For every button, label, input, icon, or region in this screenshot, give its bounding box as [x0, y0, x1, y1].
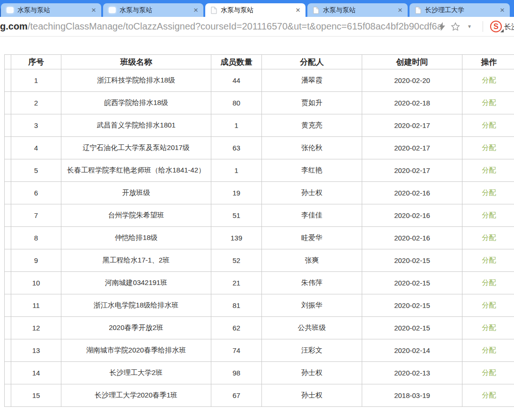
cell-assigner: 刘振华: [262, 294, 362, 317]
url-text[interactable]: g.com/teachingClassManage/toClazzAssigne…: [0, 17, 442, 36]
cell-create-time: 2020-02-15: [362, 249, 462, 272]
browser-tab-3-active[interactable]: 水泵与泵站 ×: [205, 3, 305, 17]
cell-create-time: 2020-02-16: [362, 204, 462, 227]
assign-link[interactable]: 分配: [482, 76, 496, 84]
tab-close-icon[interactable]: ×: [397, 6, 403, 14]
cell-create-time: 2020-02-15: [362, 272, 462, 294]
cell-create-time: 2020-02-18: [362, 92, 462, 114]
cell-create-time: 2020-02-17: [362, 114, 462, 137]
cell-operation: 分配: [462, 249, 514, 272]
tab-title: 水泵与泵站: [323, 6, 397, 15]
url-path: /teachingClassManage/toClazzAssigned?cou…: [28, 21, 442, 31]
assign-link[interactable]: 分配: [482, 233, 496, 241]
cell-empty: [5, 159, 11, 182]
extension-label: 长沙: [504, 17, 514, 36]
table-row: 1 浙江科技学院给排水18级 44 潘翠霞 2020-02-20 分配: [5, 69, 514, 92]
cell-operation: 分配: [462, 204, 514, 227]
assign-link[interactable]: 分配: [482, 368, 496, 376]
cell-index: 9: [11, 249, 61, 272]
cell-create-time: 2020-02-16: [362, 182, 462, 204]
cell-index: 6: [11, 182, 61, 204]
cell-class-name: 河南城建0342191班: [61, 272, 211, 294]
table-row: 7 台州学院朱希望班 51 李佳佳 2020-02-16 分配: [5, 204, 514, 227]
assign-link[interactable]: 分配: [482, 188, 496, 196]
cell-create-time: 2020-02-13: [362, 362, 462, 384]
browser-tab-4[interactable]: 水泵与泵站 ×: [307, 3, 408, 17]
assign-link[interactable]: 分配: [482, 211, 496, 219]
cell-member-count: 139: [211, 227, 262, 249]
cell-empty: [5, 69, 11, 92]
cell-assigner: 朱伟萍: [262, 272, 362, 294]
lightning-speed-mode-icon[interactable]: [439, 17, 446, 36]
cell-create-time: 2018-03-19: [362, 384, 462, 407]
tab-close-icon[interactable]: ×: [295, 6, 301, 14]
cell-class-name: 浙江水电学院18级给排水班: [61, 294, 211, 317]
tab-title: 水泵与泵站: [17, 6, 90, 15]
table-row: 11 浙江水电学院18级给排水班 81 刘振华 2020-02-15 分配: [5, 294, 514, 317]
cell-operation: 分配: [462, 362, 514, 384]
bookmark-star-icon[interactable]: [450, 17, 461, 36]
cell-operation: 分配: [462, 272, 514, 294]
cell-member-count: 1: [211, 114, 262, 137]
cell-index: 15: [11, 384, 61, 407]
bookmark-dropdown-caret-icon[interactable]: ▼: [467, 17, 472, 36]
cell-class-name: 辽宁石油化工大学泵及泵站2017级: [61, 137, 211, 159]
assign-link[interactable]: 分配: [482, 346, 496, 354]
cell-member-count: 1: [211, 159, 262, 182]
cell-member-count: 81: [211, 294, 262, 317]
cell-assigner: 黄克亮: [262, 114, 362, 137]
tab-title: 水泵与泵站: [221, 6, 295, 15]
assign-link[interactable]: 分配: [482, 278, 496, 286]
cell-operation: 分配: [462, 294, 514, 317]
assign-link[interactable]: 分配: [482, 121, 496, 129]
cell-empty: [5, 137, 11, 159]
cell-index: 3: [11, 114, 61, 137]
header-cell-class-name: 班级名称: [61, 55, 211, 69]
cell-empty: [5, 317, 11, 339]
browser-tab-1[interactable]: 水泵与泵站 ×: [1, 3, 101, 17]
cell-create-time: 2020-02-17: [362, 137, 462, 159]
class-assignment-table-wrap: 序号 班级名称 成员数量 分配人 创建时间 操作 1 浙江科技学院给排水18级 …: [4, 54, 514, 407]
cell-class-name: 长沙理工大学2020春季1班: [61, 384, 211, 407]
cell-operation: 分配: [462, 182, 514, 204]
cell-assigner: 眭爱华: [262, 227, 362, 249]
assign-link[interactable]: 分配: [482, 391, 496, 399]
cell-empty: [5, 249, 11, 272]
page-favicon-icon: [313, 7, 319, 14]
assign-link[interactable]: 分配: [482, 301, 496, 309]
cell-create-time: 2020-02-20: [362, 69, 462, 92]
cell-empty: [5, 227, 11, 249]
address-bar[interactable]: g.com/teachingClassManage/toClazzAssigne…: [0, 17, 514, 36]
page-favicon-icon: [211, 7, 217, 14]
cell-index: 4: [11, 137, 61, 159]
cell-operation: 分配: [462, 92, 514, 114]
cell-member-count: 21: [211, 272, 262, 294]
header-cell-empty: [5, 55, 11, 69]
browser-tab-bar: 水泵与泵站 × 水泵与泵站 × 水泵与泵站 × 水泵与泵站 × 长沙理工大学 ×: [0, 0, 514, 17]
assign-link[interactable]: 分配: [482, 166, 496, 174]
cell-class-name: 长沙理工大学2班: [61, 362, 211, 384]
cell-member-count: 67: [211, 384, 262, 407]
cell-create-time: 2020-02-15: [362, 317, 462, 339]
browser-tab-5[interactable]: 长沙理工大学 ×: [410, 3, 510, 17]
cell-assigner: 孙士权: [262, 362, 362, 384]
tab-close-icon[interactable]: ×: [499, 6, 506, 14]
cell-assigner: 贾如升: [262, 92, 362, 114]
cell-empty: [5, 272, 11, 294]
cell-member-count: 63: [211, 137, 262, 159]
header-cell-operation: 操作: [462, 55, 514, 69]
assign-link[interactable]: 分配: [482, 256, 496, 264]
cell-index: 1: [11, 69, 61, 92]
assign-link[interactable]: 分配: [482, 323, 496, 331]
toolbar-divider: [483, 21, 483, 32]
assign-link[interactable]: 分配: [482, 143, 496, 151]
cell-class-name: 开放班级: [61, 182, 211, 204]
sogou-extension-icon[interactable]: S: [490, 21, 502, 32]
cell-create-time: 2020-02-15: [362, 294, 462, 317]
browser-tab-2[interactable]: 水泵与泵站 ×: [103, 3, 203, 17]
cell-assigner: 公共班级: [262, 317, 362, 339]
tab-close-icon[interactable]: ×: [193, 6, 199, 14]
cell-assigner: 张伦秋: [262, 137, 362, 159]
tab-close-icon[interactable]: ×: [90, 6, 97, 14]
assign-link[interactable]: 分配: [482, 98, 496, 106]
